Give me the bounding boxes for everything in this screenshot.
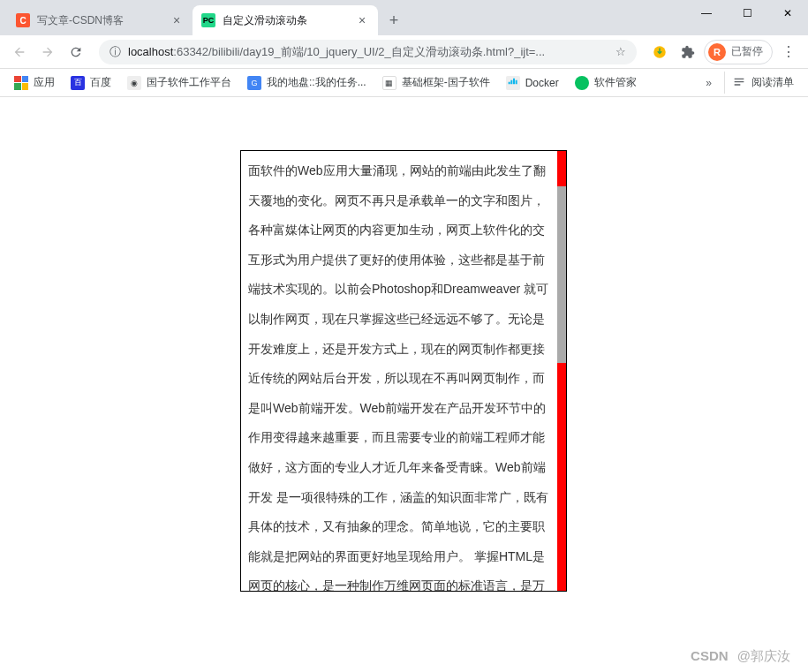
tabs-area: C 写文章-CSDN博客 × PC 自定义滑动滚动条 × + (0, 0, 686, 35)
tab-title: 自定义滑动滚动条 (223, 13, 350, 28)
scroll-text-content: 面软件的Web应用大量涌现，网站的前端由此发生了翻天覆地的变化。网页不再只是承载… (241, 151, 557, 591)
bookmark-item[interactable]: G 我的地盘::我的任务... (240, 72, 374, 94)
bookmark-label: 软件管家 (594, 75, 637, 90)
bookmark-item[interactable]: 软件管家 (568, 72, 644, 94)
pycharm-favicon-icon: PC (201, 13, 215, 27)
tab-title: 写文章-CSDN博客 (37, 13, 164, 28)
apps-label: 应用 (34, 75, 55, 90)
apps-button[interactable]: 应用 (7, 72, 62, 94)
reading-list-button[interactable]: 阅读清单 (724, 72, 801, 94)
extension-idm-icon[interactable] (647, 40, 672, 64)
bookmark-star-icon[interactable]: ☆ (615, 45, 626, 58)
bookmark-overflow-button[interactable]: » (699, 73, 719, 93)
window-controls: — ☐ ✕ (686, 0, 808, 35)
back-icon (12, 45, 26, 59)
reload-button[interactable] (64, 40, 88, 64)
bookmark-item[interactable]: ▦ 基础框架-国子软件 (375, 72, 497, 94)
reload-icon (69, 45, 83, 59)
apps-grid-icon (14, 76, 28, 90)
new-tab-button[interactable]: + (381, 8, 406, 33)
minimize-button[interactable]: — (686, 0, 727, 26)
watermark: CSDN @郭庆汝 (691, 648, 790, 665)
bookmark-item[interactable]: ◉ 国子软件工作平台 (120, 72, 238, 94)
bookmark-item[interactable]: Docker (499, 72, 566, 94)
watermark-logo: CSDN (691, 648, 729, 663)
custom-scrollbar-thumb[interactable] (557, 186, 566, 363)
csdn-favicon-icon: C (16, 13, 30, 27)
bookmark-label: 我的地盘::我的任务... (267, 75, 366, 90)
main-menu-button[interactable]: ⋮ (776, 40, 801, 64)
favicon-icon (506, 76, 520, 90)
close-icon[interactable]: × (170, 13, 184, 27)
window-titlebar: C 写文章-CSDN博客 × PC 自定义滑动滚动条 × + — ☐ ✕ (0, 0, 808, 35)
favicon-icon: G (247, 76, 261, 90)
close-window-button[interactable]: ✕ (767, 0, 808, 26)
browser-toolbar: ⓘ localhost:63342/bilibili/day19_前端/10_j… (0, 35, 808, 69)
puzzle-icon (681, 45, 695, 59)
maximize-button[interactable]: ☐ (727, 0, 767, 26)
info-icon: ⓘ (109, 44, 121, 60)
favicon-icon: ◉ (127, 76, 141, 90)
reading-list-icon (732, 76, 746, 90)
profile-status: 已暂停 (731, 44, 763, 59)
bookmark-label: 基础框架-国子软件 (402, 75, 490, 90)
avatar: R (708, 43, 726, 61)
profile-button[interactable]: R 已暂停 (704, 40, 773, 64)
bookmarks-bar: 应用 百 百度 ◉ 国子软件工作平台 G 我的地盘::我的任务... ▦ 基础框… (0, 69, 808, 97)
url-text: localhost:63342/bilibili/day19_前端/10_jqu… (128, 44, 608, 60)
bookmark-label: 国子软件工作平台 (147, 75, 231, 90)
address-bar[interactable]: ⓘ localhost:63342/bilibili/day19_前端/10_j… (99, 40, 637, 64)
watermark-author: @郭庆汝 (737, 648, 790, 663)
forward-button[interactable] (35, 40, 60, 64)
tab-active[interactable]: PC 自定义滑动滚动条 × (193, 5, 378, 35)
back-button[interactable] (7, 40, 32, 64)
favicon-icon (575, 76, 589, 90)
extensions-button[interactable] (676, 40, 700, 64)
page-content: 面软件的Web应用大量涌现，网站的前端由此发生了翻天覆地的变化。网页不再只是承载… (0, 97, 808, 672)
reading-list-label: 阅读清单 (751, 75, 794, 90)
custom-scrollbar-track[interactable] (557, 151, 566, 591)
favicon-icon: ▦ (382, 76, 396, 90)
tab-csdn[interactable]: C 写文章-CSDN博客 × (7, 5, 193, 35)
close-icon[interactable]: × (355, 13, 369, 27)
bookmark-label: Docker (525, 77, 559, 89)
favicon-icon: 百 (71, 76, 85, 90)
custom-scroll-container: 面软件的Web应用大量涌现，网站的前端由此发生了翻天覆地的变化。网页不再只是承载… (240, 150, 567, 592)
bookmark-label: 百度 (90, 75, 111, 90)
forward-icon (41, 45, 55, 59)
bookmark-item[interactable]: 百 百度 (64, 72, 118, 94)
